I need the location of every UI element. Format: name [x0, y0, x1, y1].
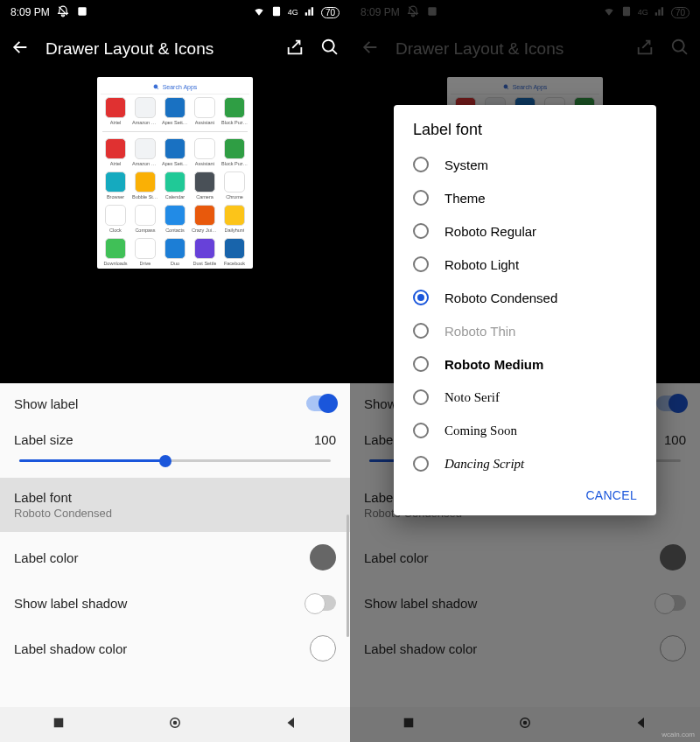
radio-icon	[413, 290, 429, 305]
preview-app: Facebook	[221, 238, 248, 266]
right-screenshot: 8:09 PM 4G 70 Drawer Layout & Icons	[350, 0, 700, 742]
font-option[interactable]: Coming Soon	[401, 414, 649, 447]
preview-app: Crazy Juicer	[192, 205, 218, 233]
preview-app: Block Puzzl..	[221, 97, 248, 125]
search-icon[interactable]	[320, 38, 340, 60]
app-bar: Drawer Layout & Icons	[0, 24, 350, 74]
radio-icon	[413, 157, 429, 172]
svg-point-4	[173, 721, 178, 725]
preview-app: Calendar	[162, 172, 188, 200]
show-label-switch[interactable]	[306, 396, 336, 411]
wifi-icon	[253, 5, 265, 20]
label-color-swatch[interactable]	[310, 544, 336, 570]
preview-app: Assistant	[192, 97, 218, 125]
label-shadow-color-swatch[interactable]	[310, 635, 336, 662]
radio-icon	[413, 190, 429, 206]
cancel-button[interactable]: CANCEL	[585, 488, 637, 502]
font-option[interactable]: Dancing Script	[401, 447, 649, 480]
nav-recent-icon[interactable]	[51, 715, 66, 734]
preview-app: Airtel	[102, 97, 129, 125]
card-icon	[76, 5, 88, 20]
font-option-label: System	[444, 158, 488, 172]
radio-icon	[413, 456, 429, 472]
battery-indicator: 70	[321, 7, 340, 18]
preview-app: Chrome	[221, 172, 248, 200]
navigation-bar	[0, 707, 350, 742]
radio-icon	[413, 423, 429, 438]
preview-app: Apex Settin..	[162, 97, 188, 125]
back-icon[interactable]	[10, 38, 30, 60]
nav-home-icon[interactable]	[167, 715, 183, 734]
svg-rect-0	[78, 7, 86, 15]
preview-app: Dust Settle	[192, 238, 218, 266]
export-icon[interactable]	[285, 38, 304, 60]
show-label-shadow-switch[interactable]	[306, 595, 336, 611]
font-option-label: Roboto Light	[444, 257, 519, 272]
font-option-label: Theme	[444, 191, 486, 206]
setting-show-label-shadow[interactable]: Show label shadow	[0, 583, 350, 623]
font-option-label: Coming Soon	[444, 424, 517, 438]
radio-icon	[413, 223, 429, 239]
show-label-shadow-text: Show label shadow	[14, 596, 127, 611]
nav-back-icon[interactable]	[284, 715, 299, 734]
font-option[interactable]: Roboto Medium	[401, 347, 649, 381]
status-bar: 8:09 PM 4G 70	[0, 0, 350, 24]
font-option[interactable]: Roboto Light	[401, 248, 649, 281]
font-option[interactable]: Noto Serif	[401, 381, 649, 414]
font-option[interactable]: System	[401, 148, 649, 181]
dialog-title: Label font	[401, 121, 649, 148]
label-font-text: Label font	[14, 490, 112, 505]
preview-search: Search Apps	[101, 80, 249, 94]
network-label: 4G	[288, 8, 298, 17]
sim-icon	[270, 5, 283, 20]
preview-app: Amazon Sh..	[132, 97, 158, 125]
left-screenshot: 8:09 PM 4G 70 Drawer Layout & Icons	[0, 0, 350, 742]
font-option[interactable]: Theme	[401, 181, 649, 214]
font-option-label: Roboto Thin	[444, 324, 515, 339]
setting-label-color[interactable]: Label color	[0, 532, 350, 583]
preview-app: Drive	[132, 238, 158, 266]
label-color-text: Label color	[14, 550, 78, 565]
status-time: 8:09 PM	[10, 6, 50, 18]
radio-icon	[413, 389, 429, 405]
preview-app: Downloads	[102, 238, 129, 266]
label-size-slider[interactable]	[19, 459, 331, 462]
signal-icon	[304, 5, 316, 20]
watermark: wcaln.com	[662, 731, 695, 738]
setting-label-size[interactable]: Label size 100	[0, 424, 350, 478]
drawer-preview: Search Apps AirtelAmazon Sh..Apex Settin…	[0, 74, 350, 383]
show-label-text: Show label	[14, 396, 78, 411]
preview-app: Block Puzzl..	[221, 138, 248, 166]
preview-app: Contacts	[162, 205, 188, 233]
preview-app: Compass	[132, 205, 158, 233]
font-option-label: Noto Serif	[444, 390, 500, 405]
setting-show-label[interactable]: Show label	[0, 383, 350, 424]
preview-app: Clock	[102, 205, 129, 233]
preview-app: Amazon Sh..	[132, 138, 158, 166]
svg-rect-2	[53, 718, 63, 728]
preview-app: Bubble Story	[132, 172, 158, 200]
dnd-icon	[57, 5, 69, 20]
font-option-label: Roboto Regular	[444, 224, 536, 239]
radio-icon	[413, 256, 429, 272]
setting-label-shadow-color[interactable]: Label shadow color	[0, 623, 350, 674]
label-font-dialog: Label font SystemThemeRoboto RegularRobo…	[394, 105, 656, 515]
preview-search-label: Search Apps	[163, 84, 198, 90]
preview-app: Dailyhunt	[221, 205, 248, 233]
font-option-label: Roboto Condensed	[444, 290, 557, 305]
preview-app: Duo	[162, 238, 188, 266]
preview-app: Airtel	[102, 138, 129, 166]
radio-icon	[413, 323, 429, 339]
svg-rect-1	[273, 6, 280, 16]
setting-label-font[interactable]: Label font Roboto Condensed	[0, 478, 350, 532]
settings-panel: Show label Label size 100 Label font Rob…	[0, 383, 350, 707]
font-option[interactable]: Roboto Condensed	[401, 281, 649, 314]
preview-app: Camera	[192, 172, 218, 200]
page-title: Drawer Layout & Icons	[46, 39, 270, 59]
preview-app: Apex Settin..	[162, 138, 188, 166]
label-font-value: Roboto Condensed	[14, 507, 112, 520]
font-option-label: Dancing Script	[444, 457, 524, 472]
label-size-text: Label size	[14, 432, 74, 447]
font-option[interactable]: Roboto Thin	[401, 314, 649, 347]
font-option[interactable]: Roboto Regular	[401, 214, 649, 248]
